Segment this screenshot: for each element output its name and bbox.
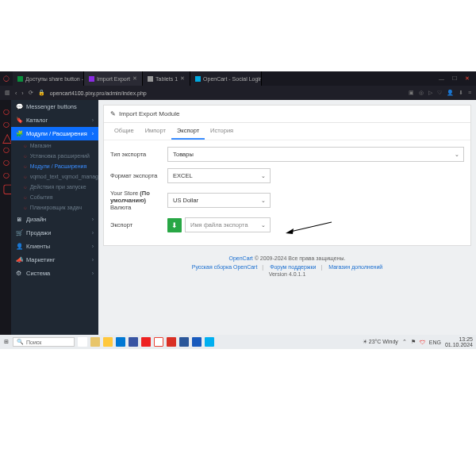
taskbar-app-icon[interactable] (90, 337, 100, 347)
sidebar-sub-startup[interactable]: ○Действия при запуске (11, 182, 98, 192)
url-input[interactable]: opencart4100.pixy.pro/admin/index.php (50, 90, 404, 96)
sidebar-item-system[interactable]: ⚙Система› (11, 267, 98, 280)
tag-icon: 🔖 (16, 117, 22, 124)
favicon-icon (148, 76, 153, 82)
tab-import[interactable]: Импорт (140, 123, 171, 140)
sidebar-item-marketing[interactable]: 📣Маркетинг› (11, 253, 98, 267)
chat-icon: 💬 (16, 103, 22, 110)
sidebar-sub-events[interactable]: ○События (11, 192, 98, 202)
chevron-right-icon: › (92, 117, 94, 123)
sidebar-sub-extensions[interactable]: ○Модули / Расширения (11, 161, 98, 171)
tray-icon[interactable]: 🛡 (420, 340, 425, 345)
taskbar-app-icon[interactable] (179, 337, 189, 347)
rail-icon[interactable]: ○ (2, 117, 9, 124)
main-content: ✎ Import Export Module Общие Импорт Эксп… (98, 100, 476, 335)
sidebar-item-catalog[interactable]: 🔖Каталог› (11, 113, 98, 127)
export-format-select[interactable]: EXCEL⌄ (167, 168, 271, 183)
chevron-right-icon: › (92, 271, 94, 276)
footer-link[interactable]: Форум поддержки (270, 264, 316, 270)
chevron-right-icon: › (92, 230, 94, 236)
footer-link[interactable]: Русская сборка OpenCart (192, 264, 258, 270)
minimize-icon[interactable]: — (439, 76, 444, 82)
export-type-select[interactable]: Товары⌄ (167, 147, 464, 162)
rail-icon[interactable]: ○ (2, 168, 9, 175)
chevron-right-icon: › (92, 217, 94, 222)
chevron-down-icon: ⌄ (455, 152, 459, 158)
taskbar-app-icon[interactable] (205, 337, 214, 347)
tab-history[interactable]: История (205, 123, 239, 140)
cart-icon: 🛒 (16, 229, 22, 236)
maximize-icon[interactable]: ☐ (452, 75, 457, 82)
sidebar-item-messenger[interactable]: 💬Messenger buttons (11, 100, 98, 113)
taskbar-app-icon[interactable] (78, 337, 87, 347)
store-currency-label: Your Store (По умолчанию) Валюта (110, 190, 167, 211)
taskbar-app-icon[interactable] (116, 337, 125, 347)
sidebar-item-customers[interactable]: 👤Клиенты› (11, 240, 98, 253)
start-button[interactable]: ⊞ (0, 339, 13, 345)
download-button[interactable]: ⬇ (167, 218, 182, 232)
taskbar-search[interactable]: 🔍Поиск (13, 337, 75, 347)
browser-tab[interactable]: Import Export✕ (84, 71, 143, 86)
close-icon[interactable]: ✕ (132, 75, 137, 82)
download-icon: ⬇ (171, 221, 178, 229)
taskbar-app-icon[interactable] (192, 337, 202, 347)
forward-icon[interactable]: › (21, 90, 23, 96)
heart-icon[interactable]: ♡ (437, 90, 442, 96)
sidebar-sub-vqmod[interactable]: ○vqmod_text_vqmod_manager (11, 171, 98, 182)
export-filename-input[interactable]: Имя файла экспорта⌄ (185, 217, 271, 232)
opencart-link[interactable]: OpenCart (228, 255, 252, 261)
ext-icon[interactable]: ▷ (428, 90, 432, 96)
tab-export[interactable]: Экспорт (171, 123, 205, 140)
browser-tab[interactable]: OpenCart - Social Login (f…✕ (190, 71, 262, 86)
tab-general[interactable]: Общие (109, 123, 140, 140)
chevron-down-icon: ⌄ (261, 198, 266, 204)
close-window-icon[interactable]: ✕ (465, 75, 470, 82)
weather-widget[interactable]: ☀ 23°C Windy (363, 339, 398, 345)
ext-icon[interactable]: ◎ (419, 90, 424, 96)
sidebar-toggle-icon[interactable]: ▥ (5, 90, 10, 96)
browser-addressbar: ▥ ‹ › ⟳ 🔒 opencart4100.pixy.pro/admin/in… (0, 86, 476, 100)
tray-icon[interactable]: ⌃ (402, 339, 407, 345)
sidebar-item-design[interactable]: 🖥Дизайн› (11, 213, 98, 226)
back-icon[interactable]: ‹ (15, 90, 17, 96)
sidebar-sub-cron[interactable]: ○Планировщик задач (11, 202, 98, 213)
taskbar-app-icon[interactable] (154, 337, 163, 347)
taskbar-app-icon[interactable] (141, 337, 151, 347)
sidebar-item-extensions[interactable]: 🧩Модули / Расширения› (11, 127, 98, 140)
panel-tabs: Общие Импорт Экспорт История (104, 123, 470, 140)
sidebar-item-sales[interactable]: 🛒Продажи› (11, 226, 98, 240)
rail-icon[interactable]: ▢ (2, 181, 9, 187)
opera-leftrail: ○ ○ △ ○ ○ ○ ▢ (0, 100, 11, 335)
taskbar-clock[interactable]: 13:25 01.10.2024 (445, 336, 473, 347)
reload-icon[interactable]: ⟳ (29, 90, 33, 96)
store-currency-select[interactable]: US Dollar⌄ (167, 193, 271, 208)
footer-link[interactable]: Магазин дополнений (328, 264, 382, 270)
taskbar-app-icon[interactable] (167, 337, 176, 347)
panel-title: Import Export Module (119, 110, 179, 117)
lock-icon: 🔒 (38, 90, 45, 96)
sidebar-sub-installer[interactable]: ○Установка расширений (11, 151, 98, 161)
rail-icon[interactable]: △ (2, 130, 9, 136)
gear-icon: ⚙ (16, 270, 22, 277)
rail-icon[interactable]: ○ (2, 143, 9, 149)
taskbar-app-icon[interactable] (103, 337, 113, 347)
taskbar-app-icon[interactable] (129, 337, 138, 347)
browser-tab[interactable]: Доступы share button - G…✕ (13, 71, 84, 86)
menu-icon[interactable]: ≡ (468, 90, 471, 96)
language-indicator[interactable]: ENG (429, 340, 441, 345)
download-icon[interactable]: ⬇ (459, 90, 463, 96)
tray-icon[interactable]: ⚑ (411, 339, 416, 345)
browser-titlebar: ◯ Доступы share button - G…✕ Import Expo… (0, 71, 476, 86)
windows-taskbar: ⊞ 🔍Поиск ☀ 23°C Windy ⌃ ⚑ 🛡 ENG 13:25 01… (0, 335, 476, 349)
browser-tab[interactable]: Tablets 1✕ (143, 71, 190, 86)
sidebar-sub-marketplace[interactable]: ○Магазин (11, 140, 98, 151)
puzzle-icon: 🧩 (16, 130, 22, 137)
rail-icon[interactable]: ○ (2, 105, 9, 111)
browser-tabs: Доступы share button - G…✕ Import Export… (13, 71, 432, 86)
close-icon[interactable]: ✕ (180, 75, 185, 82)
rail-icon[interactable]: ○ (2, 155, 9, 162)
user-icon[interactable]: 👤 (447, 90, 454, 96)
ext-icon[interactable]: ▣ (409, 90, 414, 96)
pencil-icon: ✎ (110, 110, 116, 117)
favicon-icon (89, 76, 94, 82)
